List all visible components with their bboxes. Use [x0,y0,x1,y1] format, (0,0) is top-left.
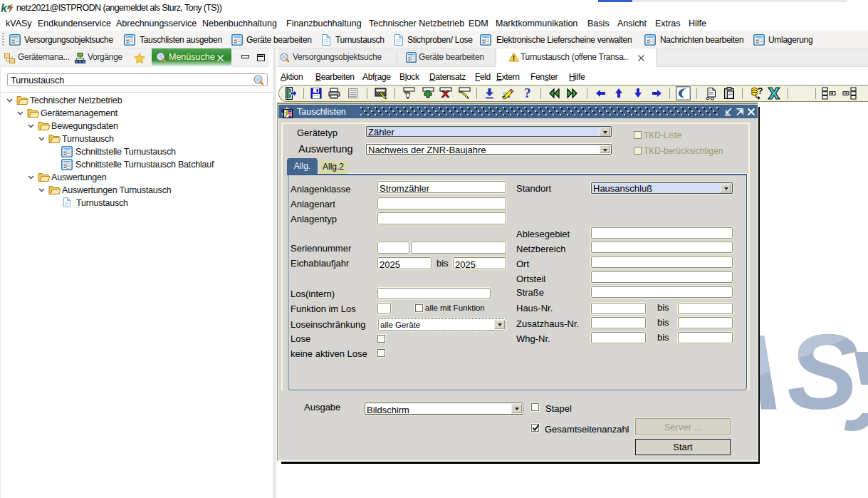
svg-text:k: k [1,2,8,14]
svg-text:?: ? [758,87,763,96]
svg-text:?: ? [524,87,531,100]
